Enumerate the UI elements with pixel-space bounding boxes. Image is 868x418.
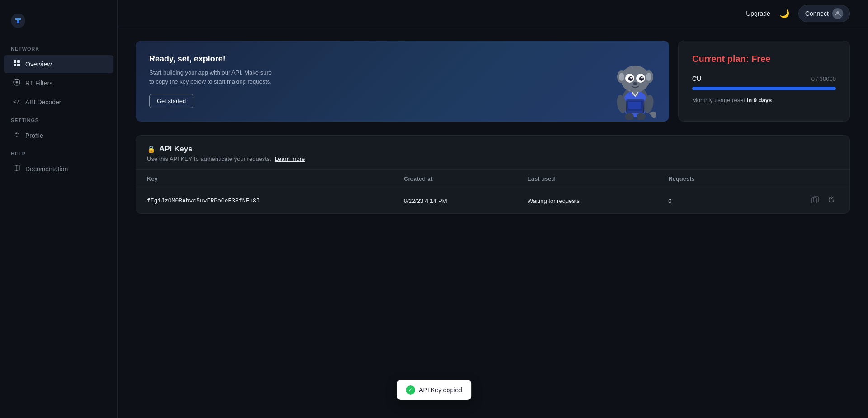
sidebar-settings-label: SETTINGS	[0, 112, 117, 126]
svg-rect-2	[17, 60, 20, 63]
get-started-button[interactable]: Get started	[149, 94, 193, 108]
promo-title: Ready, set, explore!	[149, 54, 656, 64]
cu-row: CU 0 / 30000	[692, 75, 836, 82]
svg-point-6	[16, 81, 18, 84]
svg-rect-1	[14, 60, 16, 63]
api-keys-title: API Keys	[159, 145, 193, 154]
cell-created-at: 8/22/23 4:14 PM	[393, 188, 517, 214]
sidebar-item-abi-decoder-label: ABI Decoder	[25, 99, 61, 106]
progress-bar-background	[692, 87, 836, 90]
upgrade-link[interactable]: Upgrade	[746, 10, 770, 17]
cell-requests: 0	[657, 188, 749, 214]
sidebar-item-profile-label: Profile	[25, 132, 43, 139]
connect-button[interactable]: Connect	[798, 5, 850, 22]
toast-message: API Key copied	[419, 386, 462, 394]
topnav-right: Upgrade 🌙 Connect	[746, 5, 850, 22]
sidebar-item-overview[interactable]: Overview	[4, 55, 113, 73]
table-row: fFg1JzOM0BAhvc5uvFRPoCeE3SfNEu8I 8/22/23…	[136, 188, 849, 214]
cards-row: Ready, set, explore! Start building your…	[136, 41, 850, 122]
col-requests: Requests	[657, 170, 749, 188]
overview-icon	[13, 60, 21, 69]
cu-count: 0 / 30000	[811, 75, 836, 82]
sidebar-help-label: HELP	[0, 146, 117, 159]
copy-key-button[interactable]	[808, 194, 822, 207]
promo-card: Ready, set, explore! Start building your…	[136, 41, 669, 122]
svg-rect-3	[14, 64, 16, 66]
api-table-body: fFg1JzOM0BAhvc5uvFRPoCeE3SfNEu8I 8/22/23…	[136, 188, 849, 214]
user-avatar	[832, 8, 843, 19]
sidebar-logo	[0, 9, 117, 41]
sidebar-item-rt-filters[interactable]: RT Filters	[4, 74, 113, 92]
plan-title-prefix: Current plan:	[692, 54, 751, 64]
reset-highlight: in 9 days	[747, 97, 772, 103]
connect-label: Connect	[805, 10, 829, 17]
sidebar-item-rt-filters-label: RT Filters	[25, 80, 52, 87]
progress-bar-fill	[692, 87, 836, 90]
api-keys-header: 🔒 API Keys Use this API KEY to authentic…	[136, 136, 849, 170]
reset-text-prefix: Monthly usage reset	[692, 97, 747, 103]
moon-icon: 🌙	[779, 9, 789, 19]
sidebar-item-profile[interactable]: Profile	[4, 127, 113, 145]
cell-last-used: Waiting for requests	[517, 188, 657, 214]
api-description: Use this API KEY to authenticate your re…	[147, 155, 839, 162]
cell-key: fFg1JzOM0BAhvc5uvFRPoCeE3SfNEu8I	[136, 188, 393, 214]
plan-name: Free	[751, 54, 770, 64]
api-table-header-row: Key Created at Last used Requests	[136, 170, 849, 188]
svg-text:</>: </>	[13, 99, 20, 105]
sidebar-network-label: NETWORK	[0, 41, 117, 54]
api-title-row: 🔒 API Keys	[147, 145, 839, 154]
svg-point-8	[15, 133, 16, 134]
plan-title: Current plan: Free	[692, 54, 836, 64]
rt-filters-icon	[13, 79, 21, 88]
sidebar: NETWORK Overview RT Filters </> ABI	[0, 0, 118, 418]
cell-actions	[750, 188, 849, 214]
topnav: Upgrade 🌙 Connect	[0, 0, 868, 27]
sidebar-item-overview-label: Overview	[25, 61, 52, 68]
documentation-icon	[13, 164, 21, 174]
api-table-head: Key Created at Last used Requests	[136, 170, 849, 188]
toast-check-icon: ✓	[406, 385, 415, 395]
promo-description: Start building your app with our API. Ma…	[149, 68, 276, 86]
learn-more-link[interactable]: Learn more	[275, 155, 305, 162]
api-keys-section: 🔒 API Keys Use this API KEY to authentic…	[136, 135, 850, 214]
sidebar-item-abi-decoder[interactable]: </> ABI Decoder	[4, 93, 113, 111]
refresh-key-button[interactable]	[824, 194, 839, 207]
api-desc-text: Use this API KEY to authenticate your re…	[147, 155, 271, 162]
api-keys-table: Key Created at Last used Requests fFg1Jz…	[136, 170, 849, 213]
svg-rect-35	[814, 197, 818, 202]
col-actions	[750, 170, 849, 188]
reset-text: Monthly usage reset in 9 days	[692, 97, 836, 103]
svg-rect-4	[17, 64, 20, 66]
sidebar-item-documentation[interactable]: Documentation	[4, 160, 113, 178]
svg-point-12	[836, 11, 839, 14]
main-content: Ready, set, explore! Start building your…	[118, 27, 868, 418]
svg-point-10	[18, 133, 19, 134]
cu-label: CU	[692, 75, 701, 82]
plan-card: Current plan: Free CU 0 / 30000 Monthly …	[678, 41, 850, 122]
col-created-at: Created at	[393, 170, 517, 188]
abi-decoder-icon: </>	[13, 98, 21, 107]
col-key: Key	[136, 170, 393, 188]
actions-cell	[760, 194, 839, 207]
profile-icon	[13, 131, 21, 140]
theme-toggle-button[interactable]: 🌙	[779, 9, 789, 19]
toast-notification: ✓ API Key copied	[397, 380, 471, 400]
api-key-value: fFg1JzOM0BAhvc5uvFRPoCeE3SfNEu8I	[147, 197, 260, 204]
svg-rect-36	[812, 198, 816, 203]
lock-icon: 🔒	[147, 145, 156, 153]
svg-point-9	[16, 133, 17, 134]
checkmark-icon: ✓	[408, 387, 413, 393]
promo-card-content: Ready, set, explore! Start building your…	[149, 54, 656, 108]
col-last-used: Last used	[517, 170, 657, 188]
sidebar-item-documentation-label: Documentation	[25, 165, 68, 173]
